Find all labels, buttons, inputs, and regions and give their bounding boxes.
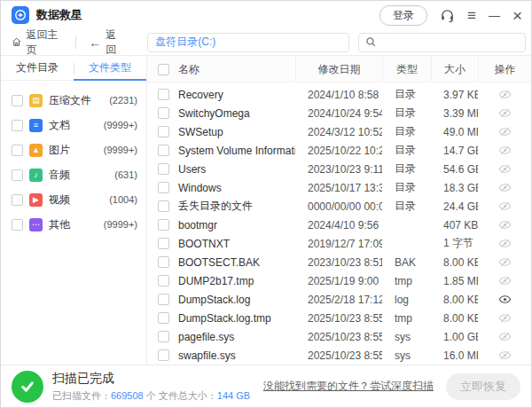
column-header-size[interactable]: 大小 bbox=[431, 56, 478, 82]
table-row[interactable]: bootmgr 2024/4/10 9:56 407 KB bbox=[147, 216, 531, 234]
recover-now-button[interactable]: 立即恢复 bbox=[446, 373, 520, 400]
file-size: 8.00 KB bbox=[431, 256, 478, 269]
preview-eye-icon[interactable] bbox=[498, 237, 512, 250]
other-file-icon: ⋯ bbox=[29, 218, 43, 231]
type-checkbox[interactable] bbox=[12, 219, 23, 231]
table-row[interactable]: DUMP2b17.tmp 2025/1/19 9:00 tmp 1.85 MB bbox=[147, 271, 531, 290]
file-type: sys bbox=[382, 331, 431, 343]
sidebar-type-item[interactable]: ♪ 音频 (631) bbox=[12, 162, 137, 187]
sidebar: 文件目录 文件类型 ▤ 压缩文件 (2231) ≡ 文档 (9999+) ▲ 图… bbox=[1, 56, 147, 365]
preview-eye-icon[interactable] bbox=[498, 106, 512, 120]
table-row[interactable]: BOOTSECT.BAK 2023/10/23 8:51 BAK 8.00 KB bbox=[147, 253, 531, 271]
row-checkbox[interactable] bbox=[158, 331, 169, 342]
close-button[interactable]: × bbox=[512, 7, 522, 24]
table-row[interactable]: swapfile.sys 2025/10/23 8:55 sys 16.0 MB bbox=[147, 346, 531, 365]
preview-eye-icon[interactable] bbox=[498, 293, 512, 306]
table-row[interactable]: 丢失目录的文件 0000/00/00 00:00 目录 24.4 GB bbox=[147, 197, 531, 216]
row-checkbox[interactable] bbox=[158, 275, 169, 286]
type-checkbox[interactable] bbox=[12, 95, 23, 106]
select-all-checkbox[interactable] bbox=[158, 64, 169, 75]
preview-eye-icon[interactable] bbox=[498, 330, 512, 343]
minimize-button[interactable]: — bbox=[489, 10, 500, 21]
support-headset-icon[interactable] bbox=[440, 8, 455, 23]
row-checkbox[interactable] bbox=[158, 219, 169, 231]
total-file-size: 144 GB bbox=[217, 390, 250, 401]
preview-eye-icon[interactable] bbox=[498, 274, 512, 287]
tab-file-directory[interactable]: 文件目录 bbox=[1, 56, 74, 80]
row-checkbox[interactable] bbox=[158, 126, 169, 137]
preview-eye-icon[interactable] bbox=[498, 181, 512, 194]
preview-eye-icon[interactable] bbox=[498, 144, 512, 157]
sidebar-type-item[interactable]: ▲ 图片 (9999+) bbox=[12, 137, 137, 162]
table-row[interactable]: DumpStack.log 2025/2/18 17:12 log 8.00 K… bbox=[147, 290, 531, 309]
file-date: 2023/10/23 9:11 bbox=[295, 163, 382, 176]
table-row[interactable]: Users 2023/10/23 9:11 目录 54.6 GB bbox=[147, 160, 531, 178]
table-row[interactable]: Recovery 2024/1/10 8:58 目录 3.97 KB bbox=[147, 85, 531, 104]
file-type: tmp bbox=[382, 275, 431, 287]
sidebar-type-item[interactable]: ▤ 压缩文件 (2231) bbox=[12, 88, 137, 113]
row-checkbox[interactable] bbox=[158, 145, 169, 156]
scan-stats: 已扫描文件：669508 个 文件总大小：144 GB bbox=[52, 389, 250, 403]
type-checkbox[interactable] bbox=[12, 120, 23, 131]
column-header-name[interactable]: 名称 bbox=[178, 62, 200, 77]
row-checkbox[interactable] bbox=[158, 238, 169, 249]
current-path-dropdown[interactable]: 盘符目录(C:) bbox=[147, 33, 349, 52]
row-checkbox[interactable] bbox=[158, 107, 169, 119]
file-size: 8.00 KB bbox=[431, 294, 478, 306]
row-checkbox[interactable] bbox=[158, 312, 169, 324]
preview-eye-icon[interactable] bbox=[498, 200, 512, 213]
home-button[interactable]: 返回主页 bbox=[12, 27, 63, 58]
table-row[interactable]: SWSetup 2024/3/12 10:52 目录 49.0 MB bbox=[147, 122, 531, 141]
table-row[interactable]: System Volume Information 2025/10/22 10:… bbox=[147, 141, 531, 160]
file-name: SWSetup bbox=[178, 126, 223, 138]
sidebar-type-item[interactable]: ▶ 视频 (1004) bbox=[12, 187, 137, 212]
row-checkbox[interactable] bbox=[158, 294, 169, 305]
row-checkbox[interactable] bbox=[158, 200, 169, 212]
table-row[interactable]: DumpStack.log.tmp 2025/10/23 8:55 tmp 8.… bbox=[147, 309, 531, 327]
table-row[interactable]: Windows 2025/10/17 13:37 目录 18.3 GB bbox=[147, 178, 531, 197]
menu-hamburger-icon[interactable]: ≡ bbox=[467, 8, 476, 23]
search-box[interactable] bbox=[358, 33, 526, 52]
table-row[interactable]: BOOTNXT 2019/12/7 17:09 1 字节 bbox=[147, 234, 531, 253]
preview-eye-icon[interactable] bbox=[498, 349, 512, 362]
back-button[interactable]: ← 返回 bbox=[89, 27, 122, 58]
table-row[interactable]: pagefile.sys 2025/10/23 8:55 sys 1.00 GB bbox=[147, 327, 531, 346]
file-size: 14.7 GB bbox=[431, 145, 478, 157]
type-checkbox[interactable] bbox=[12, 169, 23, 181]
search-input[interactable] bbox=[381, 36, 519, 49]
preview-eye-icon[interactable] bbox=[498, 311, 512, 325]
type-count: (2231) bbox=[109, 95, 137, 106]
preview-eye-icon[interactable] bbox=[498, 218, 512, 231]
preview-eye-icon[interactable] bbox=[498, 88, 512, 101]
preview-eye-icon[interactable] bbox=[498, 125, 512, 138]
file-name: swapfile.sys bbox=[178, 349, 236, 362]
row-checkbox[interactable] bbox=[158, 182, 169, 193]
row-checkbox[interactable] bbox=[158, 349, 169, 361]
login-button[interactable]: 登录 bbox=[379, 5, 427, 26]
navigation-toolbar: 返回主页 ← 返回 盘符目录(C:) bbox=[1, 29, 531, 56]
column-header-type[interactable]: 类型 bbox=[382, 56, 431, 82]
preview-eye-icon[interactable] bbox=[498, 162, 512, 176]
row-checkbox[interactable] bbox=[158, 89, 169, 100]
sidebar-type-item[interactable]: ≡ 文档 (9999+) bbox=[12, 113, 137, 137]
table-row[interactable]: SwitchyOmega 2024/10/24 9:54 目录 3.39 MB bbox=[147, 104, 531, 122]
preview-eye-icon[interactable] bbox=[498, 255, 512, 269]
file-type: 目录 bbox=[382, 87, 431, 102]
row-checkbox[interactable] bbox=[158, 163, 169, 175]
file-size: 1.00 GB bbox=[431, 331, 478, 343]
scanned-file-count: 669508 bbox=[111, 390, 144, 401]
column-header-date[interactable]: 修改日期 bbox=[295, 56, 382, 82]
file-name: BOOTSECT.BAK bbox=[178, 256, 260, 269]
file-size: 3.39 MB bbox=[431, 107, 478, 120]
tab-file-type[interactable]: 文件类型 bbox=[74, 56, 146, 80]
sidebar-type-item[interactable]: ⋯ 其他 (9999+) bbox=[12, 212, 137, 237]
row-checkbox[interactable] bbox=[158, 256, 169, 268]
deep-scan-link[interactable]: 没能找到需要的文件？尝试深度扫描 bbox=[263, 379, 434, 394]
file-date: 2024/3/12 10:52 bbox=[295, 126, 382, 138]
file-name: bootmgr bbox=[178, 219, 217, 231]
type-checkbox[interactable] bbox=[12, 145, 23, 156]
file-date: 2024/1/10 8:58 bbox=[295, 89, 382, 101]
type-checkbox[interactable] bbox=[12, 194, 23, 206]
file-name: Windows bbox=[178, 182, 222, 194]
file-date: 2025/10/23 8:55 bbox=[295, 349, 382, 362]
